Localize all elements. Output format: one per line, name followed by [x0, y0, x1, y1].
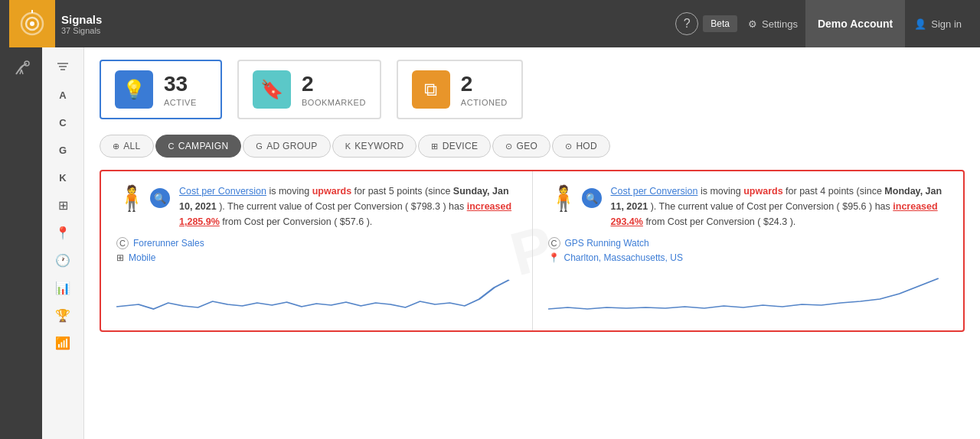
stat-card-active[interactable]: 💡 33 Active — [100, 60, 222, 119]
tab-campaign-icon: C — [168, 141, 175, 151]
account-button[interactable]: Demo Account — [805, 0, 905, 47]
signin-label: Sign in — [931, 18, 962, 30]
signal-1-meta: C Forerunner Sales ⊞ Mobile — [116, 237, 517, 263]
sidebar-chart-icon[interactable]: 📊 — [47, 275, 79, 300]
tab-campaign[interactable]: C Campaign — [155, 135, 242, 158]
tab-keyword-icon: K — [345, 141, 351, 151]
sidebar-signal-icon[interactable]: 📶 — [47, 330, 79, 355]
sidebar-item-g[interactable]: G — [47, 138, 79, 162]
tab-all-icon: ⊕ — [113, 141, 119, 151]
tab-adgroup[interactable]: G Ad Group — [243, 135, 330, 158]
brand-title: Signals — [61, 13, 102, 26]
signal-1-device: ⊞ Mobile — [116, 252, 517, 263]
sidebar-clock-icon[interactable]: 🕐 — [47, 248, 79, 272]
signin-button[interactable]: 👤 Sign in — [905, 14, 971, 34]
tab-campaign-label: Campaign — [178, 141, 229, 151]
stat-card-bookmarked[interactable]: 🔖 2 Bookmarked — [237, 60, 381, 119]
signal-card-1: 🧍 🔍 Cost per Conversion is moving upward… — [101, 171, 533, 330]
stat-card-actioned[interactable]: ⧉ 2 Actioned — [397, 60, 523, 119]
tab-device-label: Device — [443, 141, 478, 151]
actioned-icon: ⧉ — [412, 70, 450, 109]
brand-subtitle: 37 Signals — [61, 26, 102, 35]
settings-button[interactable]: ⚙ Settings — [740, 14, 805, 34]
signal-1-base-value: $57.6 — [340, 216, 364, 227]
stat-cards: 💡 33 Active 🔖 2 Bookmarked ⧉ 2 Actioned — [100, 60, 965, 119]
signal-card-2-header: 🧍 🔍 Cost per Conversion is moving upward… — [548, 184, 949, 229]
signal-2-campaign: C GPS Running Watch — [548, 237, 949, 249]
bookmarked-count: 2 — [302, 72, 366, 96]
sidebar-light: A C G K ⊞ 📍 🕐 📊 🏆 📶 — [42, 47, 84, 439]
settings-label: Settings — [762, 18, 798, 30]
sidebar-item-c[interactable]: C — [47, 110, 79, 135]
signal-2-icons: 🧍 🔍 — [548, 184, 602, 213]
sidebar-trophy-icon[interactable]: 🏆 — [47, 303, 79, 327]
tab-device[interactable]: ⊞ Device — [418, 135, 491, 158]
logo-icon — [18, 10, 46, 37]
tab-device-icon: ⊞ — [431, 141, 438, 151]
signal-1-campaign: C Forerunner Sales — [116, 237, 517, 249]
brand: Signals 37 Signals — [61, 13, 102, 35]
main-layout: A C G K ⊞ 📍 🕐 📊 🏆 📶 💡 33 Active 🔖 2 — [0, 47, 980, 439]
signal-1-search-icon: 🔍 — [150, 188, 170, 208]
signal-2-base-value: $24.3 — [763, 216, 787, 227]
active-count: 33 — [164, 72, 197, 96]
beta-badge: Beta — [703, 15, 737, 32]
tab-all[interactable]: ⊕ All — [100, 135, 154, 158]
bookmarked-label: Bookmarked — [302, 98, 366, 107]
signal-1-current-value: $798.3 — [411, 201, 440, 212]
tab-geo-icon: ⊙ — [505, 141, 512, 151]
signal-1-campaign-label: Forerunner Sales — [133, 238, 204, 249]
tab-hod[interactable]: ⊙ HoD — [552, 135, 610, 158]
signal-1-sparkline — [116, 272, 517, 318]
campaign-icon: C — [116, 237, 129, 249]
actioned-label: Actioned — [461, 98, 508, 107]
signal-1-icons: 🧍 🔍 — [116, 184, 170, 213]
signal-card-1-text: Cost per Conversion is moving upwards fo… — [179, 184, 517, 229]
actioned-count: 2 — [461, 72, 508, 96]
telescope-icon — [13, 60, 30, 77]
filter-icon — [56, 60, 70, 74]
signal-2-metric-link[interactable]: Cost per Conversion — [611, 186, 698, 197]
signal-2-geo: 📍 Charlton, Massachusetts, US — [548, 252, 949, 263]
sidebar-item-k[interactable]: K — [47, 165, 79, 190]
tab-hod-label: HoD — [576, 141, 597, 151]
signal-1-person-icon: 🧍 — [116, 184, 147, 213]
signal-card-2-text: Cost per Conversion is moving upwards fo… — [611, 184, 949, 229]
signal-2-current-value: $95.6 — [842, 201, 866, 212]
signal-1-metric-link[interactable]: Cost per Conversion — [179, 186, 266, 197]
sidebar-device-icon[interactable]: ⊞ — [47, 193, 79, 217]
active-icon: 💡 — [115, 70, 153, 109]
sidebar-item-a[interactable]: A — [47, 83, 79, 107]
tab-adgroup-icon: G — [256, 141, 263, 151]
tab-keyword-label: Keyword — [354, 141, 403, 151]
tab-geo-label: Geo — [517, 141, 538, 151]
geo-icon: 📍 — [548, 252, 560, 263]
signal-1-device-label: Mobile — [129, 252, 155, 263]
campaign-icon-2: C — [548, 237, 560, 249]
tab-adgroup-label: Ad Group — [266, 141, 317, 151]
account-label: Demo Account — [818, 18, 893, 30]
signal-container: P 🧍 🔍 Cost per Conversion is moving upwa… — [100, 170, 965, 332]
sparkline-2-svg — [548, 272, 949, 318]
signal-2-meta: C GPS Running Watch 📍 Charlton, Massachu… — [548, 237, 949, 263]
svg-point-2 — [30, 21, 34, 26]
signal-1-direction: upwards — [312, 186, 351, 197]
signal-2-person-icon: 🧍 — [548, 184, 579, 213]
sidebar-dark — [0, 47, 42, 439]
signal-2-sparkline — [548, 272, 949, 318]
bookmarked-icon: 🔖 — [253, 70, 291, 109]
tab-keyword[interactable]: K Keyword — [332, 135, 417, 158]
sidebar-pin-icon[interactable]: 📍 — [47, 220, 79, 245]
settings-icon: ⚙ — [748, 18, 757, 30]
device-icon: ⊞ — [116, 252, 124, 263]
help-button[interactable]: ? — [675, 12, 698, 35]
content-area: 💡 33 Active 🔖 2 Bookmarked ⧉ 2 Actioned — [84, 47, 980, 439]
signal-2-search-icon: 🔍 — [582, 188, 602, 208]
sidebar-filter-icon[interactable] — [47, 55, 79, 80]
tabs-bar: ⊕ All C Campaign G Ad Group K Keyword ⊞ … — [100, 135, 965, 158]
user-icon: 👤 — [914, 18, 926, 30]
active-label: Active — [164, 98, 197, 107]
logo[interactable] — [9, 0, 55, 47]
sidebar-dark-telescope[interactable] — [8, 55, 35, 83]
tab-geo[interactable]: ⊙ Geo — [492, 135, 550, 158]
